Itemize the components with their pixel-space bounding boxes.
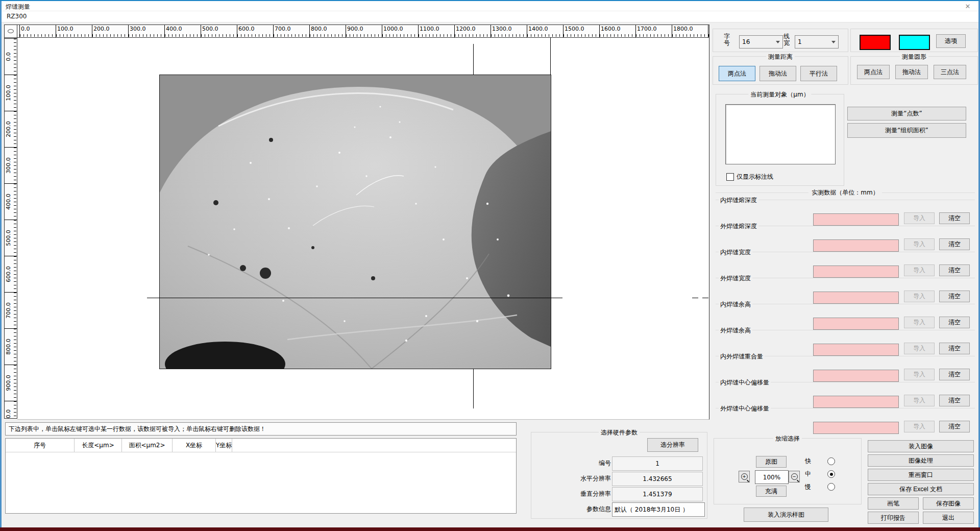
speed-label: 慢 <box>805 482 811 491</box>
ruler-segment: 1000.0 <box>5 401 17 419</box>
ruler-segment: 800.0 <box>309 25 346 37</box>
hardware-field-value[interactable]: 1 <box>612 456 703 471</box>
measurement-value-input[interactable] <box>813 396 899 408</box>
table-body[interactable] <box>6 452 516 514</box>
measurement-value-input[interactable] <box>813 422 899 434</box>
measurement-value-input[interactable] <box>813 239 899 252</box>
speed-radio[interactable] <box>827 470 835 478</box>
original-size-button[interactable]: 原图 <box>756 456 787 468</box>
clear-button[interactable]: 清空 <box>939 291 970 302</box>
hardware-field-row: 参数信息 默认（ 2018年3月10日 ） <box>531 502 707 516</box>
measure-method-button[interactable]: 两点法 <box>857 65 890 79</box>
secondary-color-swatch[interactable] <box>899 35 930 50</box>
measurement-row: 外焊缝熔深度 导入 清空 <box>716 226 975 252</box>
import-button[interactable]: 导入 <box>904 395 935 406</box>
import-button[interactable]: 导入 <box>904 212 935 224</box>
measurement-value-input[interactable] <box>813 370 899 382</box>
ruler-segment: 1800.0 <box>672 25 708 37</box>
clear-button[interactable]: 清空 <box>939 238 970 250</box>
hardware-field-value[interactable]: 1.432665 <box>612 472 703 486</box>
window-border-left <box>0 1 2 527</box>
fit-button[interactable]: 充满 <box>756 486 787 497</box>
clear-button[interactable]: 清空 <box>939 264 970 276</box>
clear-button[interactable]: 清空 <box>939 317 970 328</box>
zoom-out-button[interactable]: − <box>789 471 800 482</box>
ruler-segment: 1100.0 <box>418 25 454 37</box>
measurement-label: 外焊缝宽度 <box>719 274 752 283</box>
close-icon[interactable]: ✕ <box>962 2 973 11</box>
line-width-dropdown[interactable]: 1 <box>795 35 839 49</box>
measure-method-button[interactable]: 拖动法 <box>760 66 796 81</box>
measurement-row: 外焊缝中心偏移量 导入 清空 <box>716 408 975 434</box>
measurement-row: 外焊缝宽度 导入 清空 <box>716 278 975 304</box>
measure-method-button[interactable]: 平行法 <box>800 66 837 81</box>
action-button[interactable]: 装入图像 <box>868 440 974 452</box>
table-header-row: 序号长度<μm>面积<μm2>X坐标Y坐标 <box>6 439 516 452</box>
ruler-segment: 500.0 <box>201 25 237 37</box>
action-button[interactable]: 图像处理 <box>868 454 974 467</box>
show-annotation-only-checkbox[interactable] <box>726 173 734 181</box>
action-button[interactable]: 画笔 <box>868 497 919 510</box>
app-window: 焊缝测量 ✕ RZ300 0.0100.0200.0300.0400.0500.… <box>0 0 980 531</box>
measure-action-button[interactable]: 测量“组织面积” <box>847 123 966 138</box>
speed-option: 中 <box>805 470 841 478</box>
measure-method-button[interactable]: 拖动法 <box>895 65 928 79</box>
action-button[interactable]: 重画窗口 <box>868 469 974 481</box>
options-button[interactable]: 选项 <box>936 34 966 48</box>
clear-button[interactable]: 清空 <box>939 421 970 432</box>
font-size-label: 字号 <box>723 33 730 46</box>
line-width-label: 线宽 <box>783 33 790 46</box>
import-button[interactable]: 导入 <box>904 421 935 432</box>
measurement-value-input[interactable] <box>813 213 899 226</box>
import-button[interactable]: 导入 <box>904 317 935 328</box>
measurement-value-input[interactable] <box>813 292 899 304</box>
action-button[interactable]: 打印报告 <box>868 512 919 524</box>
select-resolution-button[interactable]: 选分辨率 <box>647 438 698 452</box>
guide-dash <box>702 298 708 298</box>
current-object-title: 当前测量对象（μm） <box>748 90 811 99</box>
window-border-bottom <box>0 527 980 531</box>
hardware-field-label: 垂直分辨率 <box>565 490 611 498</box>
measurement-label: 内焊缝宽度 <box>719 248 752 257</box>
measurement-label: 内焊缝余高 <box>719 300 752 309</box>
ruler-segment: 300.0 <box>128 25 164 37</box>
speed-option: 快 <box>805 457 841 465</box>
clear-button[interactable]: 清空 <box>939 212 970 224</box>
table-header-cell: 面积<μm2> <box>122 439 173 452</box>
import-button[interactable]: 导入 <box>904 369 935 380</box>
action-button[interactable]: 退出 <box>923 512 974 524</box>
import-button[interactable]: 导入 <box>904 238 935 250</box>
speed-radio[interactable] <box>827 483 835 491</box>
speed-radio[interactable] <box>827 457 835 465</box>
measurement-value-input[interactable] <box>813 318 899 330</box>
font-size-dropdown[interactable]: 16 <box>739 35 783 49</box>
current-object-display <box>725 104 836 164</box>
hardware-field-value[interactable]: 1.451379 <box>612 487 703 501</box>
import-button[interactable]: 导入 <box>904 343 935 354</box>
import-button[interactable]: 导入 <box>904 264 935 276</box>
ruler-segment: 200.0 <box>5 111 17 147</box>
vertical-guide-line <box>550 38 551 75</box>
zoom-percent-value[interactable]: 100% <box>755 470 789 484</box>
action-button[interactable]: 保存图像 <box>923 497 974 510</box>
measure-method-button[interactable]: 三点法 <box>934 65 966 79</box>
measurement-value-input[interactable] <box>813 344 899 356</box>
menu-item[interactable]: RZ300 <box>7 13 27 20</box>
image-canvas[interactable] <box>17 38 709 420</box>
zoom-in-button[interactable]: + <box>739 471 750 482</box>
clear-button[interactable]: 清空 <box>939 369 970 380</box>
measurement-label: 内焊缝中心偏移量 <box>719 378 771 387</box>
import-button[interactable]: 导入 <box>904 291 935 302</box>
load-demo-image-button[interactable]: 装入演示样图 <box>744 508 828 522</box>
measure-action-button[interactable]: 测量“点数” <box>847 107 966 120</box>
clear-button[interactable]: 清空 <box>939 395 970 406</box>
clear-button[interactable]: 清空 <box>939 343 970 354</box>
action-button[interactable]: 保存 Excel 文档 <box>868 483 974 495</box>
table-header-cell: X坐标 <box>173 439 216 452</box>
measured-data-rows: 内焊缝熔深度 导入 清空 外焊缝熔深度 导入 清空 内焊缝宽度 导入 清空 外焊… <box>716 200 975 430</box>
hardware-field-value[interactable]: 默认（ 2018年3月10日 ） <box>612 502 705 517</box>
measurement-value-input[interactable] <box>813 266 899 278</box>
ruler-corner-icon <box>4 25 17 38</box>
measure-method-button[interactable]: 两点法 <box>719 66 755 81</box>
primary-color-swatch[interactable] <box>860 35 891 50</box>
